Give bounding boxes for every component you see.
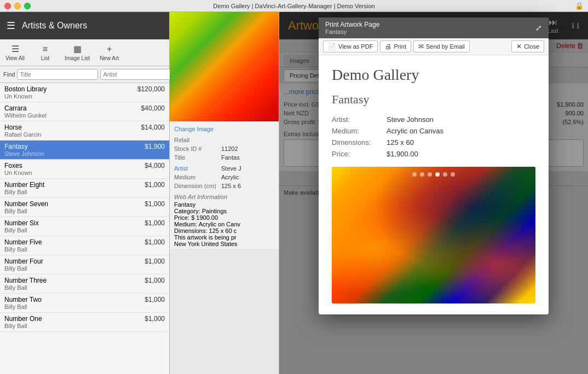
print-price-row: Price: $1,900.00 xyxy=(332,150,535,158)
modal-expand-button[interactable]: ⤢ xyxy=(535,24,542,32)
list-item[interactable]: Number One Billy Ball $1,000 xyxy=(0,313,169,332)
sidebar: ☰ Artists & Owners ☰ View All ≡ List ▦ I… xyxy=(0,12,170,374)
image-list-label: Image List xyxy=(65,55,90,61)
modal-overlay: Print Artwork Page Fantasy ⤢ 📄 View as P… xyxy=(279,12,588,374)
artwork-name: Number Eight xyxy=(4,181,44,189)
print-medium-value: Acrylic on Canvas xyxy=(387,127,443,135)
list-button[interactable]: ≡ List xyxy=(30,42,60,63)
image-dot-0[interactable] xyxy=(412,172,417,177)
title-field-value: Fantas xyxy=(221,154,240,161)
list-item[interactable]: Fantasy Steve Johnson $1,900 xyxy=(0,141,169,160)
list-icon: ≡ xyxy=(43,44,48,54)
print-medium-label: Medium: xyxy=(332,127,387,135)
send-email-label: Send by Email xyxy=(426,43,465,50)
view-pdf-label: View as PDF xyxy=(338,43,373,50)
title-label-field: Title xyxy=(174,154,218,161)
list-item[interactable]: Number Eight Billy Ball $1,000 xyxy=(0,179,169,198)
image-list-button[interactable]: ▦ Image List xyxy=(60,42,94,63)
image-dot-5[interactable] xyxy=(451,172,455,177)
artwork-name: Foxes xyxy=(4,162,32,170)
view-all-label: View All xyxy=(5,55,25,61)
sidebar-menu-icon[interactable]: ☰ xyxy=(7,20,15,32)
title-bar: Demo Gallery | DaVinci-Art-Gallery-Manag… xyxy=(0,0,588,12)
web-location: New York United States xyxy=(174,241,274,247)
send-email-button[interactable]: ✉ Send by Email xyxy=(413,40,470,52)
print-artist-value: Steve Johnson xyxy=(387,115,434,124)
modal-titlebar: Print Artwork Page Fantasy ⤢ xyxy=(319,17,549,38)
art-thumbnail-area xyxy=(170,12,279,121)
find-title-input[interactable] xyxy=(17,69,98,80)
find-label: Find xyxy=(3,71,15,78)
artwork-price: $1,000 xyxy=(145,277,165,284)
print-image-overlay xyxy=(332,167,535,303)
image-list-icon: ▦ xyxy=(73,44,82,54)
list-item[interactable]: Boston Library Un Known $120,000 xyxy=(0,83,169,102)
print-button[interactable]: 🖨 Print xyxy=(380,40,411,52)
print-artist-label: Artist: xyxy=(332,115,387,124)
image-dot-4[interactable] xyxy=(443,172,447,177)
artwork-name: Number One xyxy=(4,315,42,323)
modal-toolbar: 📄 View as PDF 🖨 Print ✉ Send by Email ✕ … xyxy=(319,38,549,55)
list-item[interactable]: Carrara Wilhelm Gunkel $40,000 xyxy=(0,102,169,121)
list-item[interactable]: Number Five Billy Ball $1,000 xyxy=(0,236,169,255)
close-modal-button[interactable]: ✕ Close xyxy=(511,40,544,52)
artwork-price: $1,000 xyxy=(145,200,165,208)
close-icon: ✕ xyxy=(516,43,522,50)
print-label: Print xyxy=(394,43,406,50)
list-item[interactable]: Foxes Un Known $4,000 xyxy=(0,160,169,179)
view-all-button[interactable]: ☰ View All xyxy=(0,42,30,63)
print-dimensions-label: Dimensions: xyxy=(332,138,387,147)
list-label: List xyxy=(41,55,50,61)
art-thumbnail-image xyxy=(170,12,279,121)
artwork-price: $1,000 xyxy=(145,219,165,227)
maximize-window-button[interactable] xyxy=(24,3,31,9)
print-dimensions-row: Dimensions: 125 x 60 xyxy=(332,138,535,147)
minimize-window-button[interactable] xyxy=(14,3,21,9)
artwork-name: Fantasy xyxy=(4,143,44,150)
list-item[interactable]: Number Seven Billy Ball $1,000 xyxy=(0,198,169,217)
change-image-link[interactable]: Change Image xyxy=(174,126,214,132)
artwork-name: Boston Library xyxy=(4,85,47,93)
dimension-field-value: 125 x 6 xyxy=(221,183,241,189)
list-item[interactable]: Number Six Billy Ball $1,000 xyxy=(0,217,169,236)
image-dot-1[interactable] xyxy=(420,172,424,177)
new-art-button[interactable]: + New Art xyxy=(94,42,124,63)
print-artist-row: Artist: Steve Johnson xyxy=(332,115,535,124)
artwork-price: $120,000 xyxy=(137,85,165,93)
artwork-artist: Steve Johnson xyxy=(4,150,44,157)
artwork-name: Horse xyxy=(4,124,41,131)
artwork-artist: Billy Ball xyxy=(4,284,47,291)
artwork-name: Number Two xyxy=(4,296,42,303)
view-pdf-button[interactable]: 📄 View as PDF xyxy=(323,40,378,52)
image-dot-2[interactable] xyxy=(428,172,432,177)
modal-title-line2: Fantasy xyxy=(325,28,379,35)
image-dot-3[interactable] xyxy=(435,172,440,177)
artwork-artist: Billy Ball xyxy=(4,189,44,195)
web-info-heading: Web Art Information xyxy=(174,194,274,200)
list-item[interactable]: Number Two Billy Ball $1,000 xyxy=(0,294,169,313)
web-note: This artwork is being pr xyxy=(174,234,274,241)
close-window-button[interactable] xyxy=(4,3,11,9)
artist-field-value: Steve J xyxy=(221,165,241,172)
list-item[interactable]: Horse Rafael Garcin $14,000 xyxy=(0,121,169,141)
email-icon: ✉ xyxy=(418,43,424,50)
artwork-artist: Un Known xyxy=(4,170,32,176)
retail-label: Retail xyxy=(174,137,218,143)
sidebar-toolbar: ☰ View All ≡ List ▦ Image List + New Art xyxy=(0,39,169,66)
artwork-artist: Billy Ball xyxy=(4,323,42,329)
list-item[interactable]: Number Three Billy Ball $1,000 xyxy=(0,274,169,294)
view-all-icon: ☰ xyxy=(11,44,19,54)
close-label: Close xyxy=(524,43,539,50)
list-item[interactable]: Number Four Billy Ball $1,000 xyxy=(0,255,169,274)
lock-icon: 🔒 xyxy=(575,2,584,10)
stock-id-label: Stock ID # xyxy=(174,145,218,152)
artwork-price: $14,000 xyxy=(141,124,165,131)
artwork-list: Boston Library Un Known $120,000 Carrara… xyxy=(0,83,169,374)
artwork-name: Number Five xyxy=(4,238,42,246)
artist-label-field: Artist xyxy=(174,165,218,172)
web-title: Fantasy xyxy=(174,201,274,208)
modal-content: Demo Gallery Fantasy Artist: Steve Johns… xyxy=(319,55,549,314)
print-dimensions-value: 125 x 60 xyxy=(387,138,414,147)
artwork-price: $1,900 xyxy=(145,143,165,150)
print-price-value: $1,900.00 xyxy=(387,150,418,158)
